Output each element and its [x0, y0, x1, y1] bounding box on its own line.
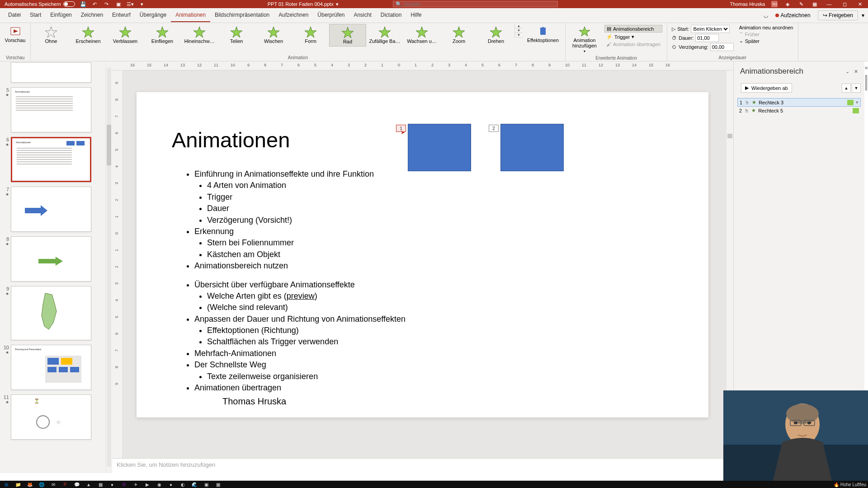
slide-title[interactable]: Animationen: [172, 127, 290, 152]
username[interactable]: Thomas Hruska: [730, 1, 765, 7]
telegram-icon[interactable]: ✈: [131, 481, 140, 488]
redo-icon[interactable]: ↷: [103, 0, 110, 8]
touch-icon[interactable]: ☰▾: [127, 0, 134, 8]
anim-effect-2[interactable]: Verblassen: [107, 24, 144, 47]
move-earlier-button[interactable]: ⌃ Früher: [739, 31, 793, 37]
tab-einfügen[interactable]: Einfügen: [46, 9, 76, 22]
thumbnail-5[interactable]: 5★Animationen: [2, 87, 102, 132]
anim-effect-10[interactable]: Wachsen u…: [403, 24, 440, 47]
effect-options-button[interactable]: Effektoptionen: [523, 24, 563, 45]
share-dropdown-icon[interactable]: ▾: [862, 12, 864, 19]
move-later-button[interactable]: ⌄ Später: [739, 38, 793, 44]
avatar[interactable]: TH: [771, 1, 778, 7]
anim-effect-12[interactable]: Drehen: [477, 24, 514, 47]
anim-effect-8[interactable]: Rad: [329, 24, 366, 47]
anim-tag-2[interactable]: 2: [489, 125, 499, 132]
thumbnail-11[interactable]: 11★⏳♡: [2, 394, 102, 440]
anim-effect-4[interactable]: Hineinschw…: [181, 24, 218, 47]
anim-item-2[interactable]: 2🖱★Rechteck 5: [737, 107, 861, 114]
side-tab-close-icon[interactable]: ✕: [864, 61, 868, 74]
search-input[interactable]: [404, 1, 555, 7]
share-button[interactable]: ↪ Freigeben: [818, 10, 858, 20]
anim-effect-1[interactable]: Erscheinen: [70, 24, 107, 47]
tab-überprüfen[interactable]: Überprüfen: [313, 9, 349, 22]
rectangle-5[interactable]: [500, 124, 564, 171]
record-button[interactable]: Aufzeichnen: [772, 11, 814, 20]
slide-author[interactable]: Thomas Hruska: [222, 396, 286, 407]
gallery-down-icon[interactable]: ▼: [515, 28, 523, 33]
start-button[interactable]: ⊞: [2, 481, 11, 488]
clouddoc-icon[interactable]: ◈: [784, 0, 791, 8]
animation-pane-button[interactable]: ▤ Animationsbereich: [604, 25, 662, 33]
add-animation-button[interactable]: Animation hinzufügen▾: [567, 24, 602, 55]
tab-ansicht[interactable]: Ansicht: [349, 9, 376, 22]
tab-aufzeichnen[interactable]: Aufzeichnen: [274, 9, 313, 22]
slide-canvas[interactable]: Animationen Einführung in Animationseffe…: [137, 92, 708, 418]
play-from-button[interactable]: ▶ Wiedergeben ab: [741, 83, 792, 93]
side-tab-anim-icon[interactable]: [865, 75, 867, 90]
minimize-button[interactable]: —: [825, 1, 834, 7]
tab-datei[interactable]: Datei: [4, 9, 25, 22]
anim-effect-0[interactable]: Ohne: [33, 24, 70, 47]
thumbnail-10[interactable]: 10★Planning and Presentation: [2, 345, 102, 390]
app2-icon[interactable]: ▦: [96, 481, 105, 488]
anim-effect-3[interactable]: Einfliegen: [144, 24, 181, 47]
save-icon[interactable]: 💾: [80, 0, 87, 8]
animation-painter-button[interactable]: 🖌 Animation übertragen: [604, 41, 662, 47]
thumbnail-6[interactable]: 6★Animationen: [2, 137, 102, 182]
qat-more-icon[interactable]: ▾: [138, 0, 146, 8]
close-button[interactable]: ✕: [855, 1, 864, 7]
onenote-icon[interactable]: N: [119, 481, 128, 488]
anim-effect-6[interactable]: Wischen: [255, 24, 292, 47]
tab-bildschirmpräsentation[interactable]: Bildschirmpräsentation: [210, 9, 274, 22]
undo-icon[interactable]: ↶: [91, 0, 99, 8]
ribbon-collapse-icon[interactable]: ◡: [764, 12, 768, 19]
app4-icon[interactable]: ▶: [143, 481, 152, 488]
maximize-button[interactable]: ◻: [840, 1, 849, 7]
thumbnail-9[interactable]: 9★: [2, 286, 102, 340]
app3-icon[interactable]: ●: [108, 481, 117, 488]
vlc-icon[interactable]: ▲: [84, 481, 93, 488]
delay-input[interactable]: 00,00: [710, 43, 734, 51]
app7-icon[interactable]: ▣: [202, 481, 211, 488]
edge-icon[interactable]: 🌊: [190, 481, 199, 488]
tab-dictation[interactable]: Dictation: [376, 9, 406, 22]
start-select[interactable]: Beim Klicken: [691, 25, 730, 33]
app8-icon[interactable]: ▦: [213, 481, 222, 488]
app-icon[interactable]: 💬: [72, 481, 81, 488]
slide-body[interactable]: Einführung in Animationseffekte und ihre…: [182, 168, 406, 394]
tab-start[interactable]: Start: [25, 9, 46, 22]
pen-icon[interactable]: ✎: [797, 0, 805, 8]
weather-widget[interactable]: 🔥 Hohe Luftfeu: [834, 482, 866, 487]
anim-effect-7[interactable]: Form: [292, 24, 329, 47]
obs-icon[interactable]: ◉: [155, 481, 164, 488]
gallery-up-icon[interactable]: ▲: [515, 24, 523, 28]
explorer-icon[interactable]: 📁: [14, 481, 23, 488]
anim-effect-9[interactable]: Zufällige Ba…: [366, 24, 403, 47]
search-box[interactable]: 🔍: [393, 1, 558, 7]
window-icon[interactable]: ▦: [811, 0, 818, 8]
anim-move-up-icon[interactable]: ▲: [842, 84, 851, 93]
tab-entwurf[interactable]: Entwurf: [108, 9, 135, 22]
thumbnails-scrollbar[interactable]: [105, 61, 112, 473]
outlook-icon[interactable]: ✉: [49, 481, 58, 488]
trigger-button[interactable]: ⚡ Trigger ▾: [604, 33, 662, 40]
anim-effect-5[interactable]: Teilen: [218, 24, 255, 47]
tab-zeichnen[interactable]: Zeichnen: [76, 9, 108, 22]
autosave-toggle[interactable]: Automatisches Speichern: [5, 1, 75, 7]
notes-area[interactable]: Klicken Sie, um Notizen hinzuzufügen: [112, 458, 733, 473]
duration-input[interactable]: 01,00: [695, 34, 719, 42]
present-icon[interactable]: ▣: [115, 0, 122, 8]
app6-icon[interactable]: ◐: [178, 481, 187, 488]
anim-effect-11[interactable]: Zoom: [440, 24, 477, 47]
tab-übergänge[interactable]: Übergänge: [135, 9, 171, 22]
powerpoint-icon[interactable]: P: [61, 481, 70, 488]
filename[interactable]: PPT 01 Roter Faden 004.pptx▾: [268, 1, 339, 7]
pane-close-icon[interactable]: ✕: [854, 69, 858, 75]
firefox-icon[interactable]: 🦊: [25, 481, 34, 488]
preview-button[interactable]: Vorschau: [2, 24, 28, 45]
pane-options-icon[interactable]: ⌄: [845, 69, 849, 75]
chrome-icon[interactable]: 🌐: [37, 481, 46, 488]
app5-icon[interactable]: ●: [166, 481, 175, 488]
thumbnail-7[interactable]: 7★: [2, 187, 102, 232]
